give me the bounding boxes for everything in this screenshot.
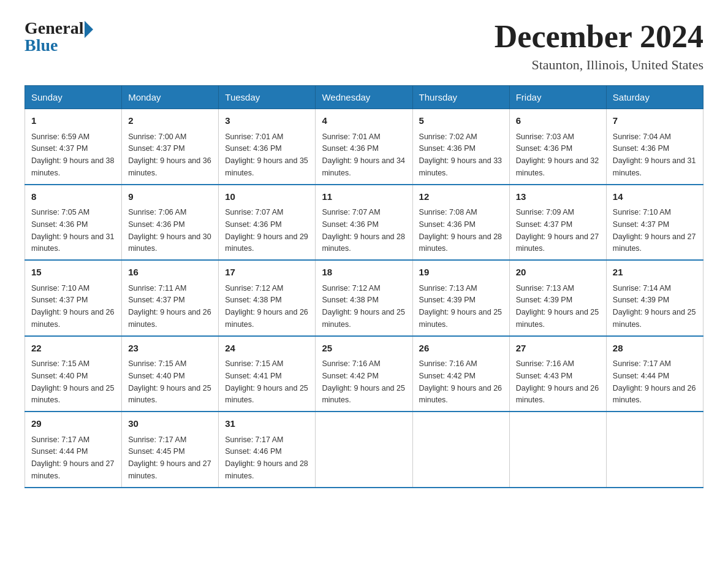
week-row-3: 15Sunrise: 7:10 AMSunset: 4:37 PMDayligh… <box>25 260 703 336</box>
day-daylight: Daylight: 9 hours and 27 minutes. <box>128 459 211 480</box>
day-sunrise: Sunrise: 7:00 AM <box>128 132 186 141</box>
calendar-cell: 30Sunrise: 7:17 AMSunset: 4:45 PMDayligh… <box>122 412 219 488</box>
day-sunset: Sunset: 4:46 PM <box>225 447 281 456</box>
day-number: 20 <box>516 266 600 280</box>
day-daylight: Daylight: 9 hours and 25 minutes. <box>322 308 405 329</box>
day-number: 27 <box>516 342 600 356</box>
week-row-2: 8Sunrise: 7:05 AMSunset: 4:36 PMDaylight… <box>25 185 703 261</box>
day-number: 5 <box>419 114 503 128</box>
day-sunrise: Sunrise: 7:16 AM <box>516 359 574 368</box>
calendar-cell: 6Sunrise: 7:03 AMSunset: 4:36 PMDaylight… <box>509 109 606 185</box>
week-row-4: 22Sunrise: 7:15 AMSunset: 4:40 PMDayligh… <box>25 336 703 412</box>
day-sunset: Sunset: 4:41 PM <box>225 372 281 380</box>
day-daylight: Daylight: 9 hours and 26 minutes. <box>128 308 211 329</box>
calendar-cell: 15Sunrise: 7:10 AMSunset: 4:37 PMDayligh… <box>25 260 122 336</box>
day-sunrise: Sunrise: 7:04 AM <box>613 132 671 141</box>
calendar-cell: 10Sunrise: 7:07 AMSunset: 4:36 PMDayligh… <box>219 185 316 261</box>
day-sunset: Sunset: 4:42 PM <box>419 372 476 380</box>
logo-triangle-icon <box>85 21 93 38</box>
calendar-cell: 17Sunrise: 7:12 AMSunset: 4:38 PMDayligh… <box>219 260 316 336</box>
calendar-cell: 7Sunrise: 7:04 AMSunset: 4:36 PMDaylight… <box>606 109 703 185</box>
calendar-cell: 24Sunrise: 7:15 AMSunset: 4:41 PMDayligh… <box>219 336 316 412</box>
day-sunset: Sunset: 4:36 PM <box>225 144 281 153</box>
day-daylight: Daylight: 9 hours and 27 minutes. <box>516 232 599 253</box>
day-number: 1 <box>31 114 115 128</box>
day-number: 6 <box>516 114 600 128</box>
day-sunset: Sunset: 4:36 PM <box>31 220 88 229</box>
day-number: 26 <box>419 342 503 356</box>
day-number: 17 <box>225 266 309 280</box>
day-sunset: Sunset: 4:36 PM <box>128 220 184 229</box>
day-sunset: Sunset: 4:36 PM <box>516 144 572 153</box>
calendar-cell <box>412 412 509 488</box>
day-daylight: Daylight: 9 hours and 30 minutes. <box>128 232 211 253</box>
day-number: 30 <box>128 417 212 431</box>
day-sunrise: Sunrise: 7:01 AM <box>322 132 380 141</box>
day-sunrise: Sunrise: 7:13 AM <box>419 284 477 293</box>
day-daylight: Daylight: 9 hours and 35 minutes. <box>225 156 308 177</box>
day-sunrise: Sunrise: 7:08 AM <box>419 208 477 216</box>
day-sunrise: Sunrise: 7:10 AM <box>613 208 671 216</box>
day-sunset: Sunset: 4:36 PM <box>322 220 378 229</box>
day-sunrise: Sunrise: 7:12 AM <box>225 284 283 293</box>
calendar-cell: 22Sunrise: 7:15 AMSunset: 4:40 PMDayligh… <box>25 336 122 412</box>
day-number: 11 <box>322 190 406 204</box>
day-sunset: Sunset: 4:37 PM <box>516 220 572 229</box>
day-number: 31 <box>225 417 309 431</box>
day-number: 13 <box>516 190 600 204</box>
title-area: December 2024 Staunton, Illinois, United… <box>495 18 703 73</box>
day-number: 18 <box>322 266 406 280</box>
day-number: 14 <box>613 190 697 204</box>
day-sunset: Sunset: 4:39 PM <box>516 296 572 304</box>
day-sunrise: Sunrise: 7:15 AM <box>31 359 89 368</box>
day-sunrise: Sunrise: 7:10 AM <box>31 284 89 293</box>
calendar-cell: 25Sunrise: 7:16 AMSunset: 4:42 PMDayligh… <box>316 336 412 412</box>
day-number: 7 <box>613 114 697 128</box>
calendar-cell: 8Sunrise: 7:05 AMSunset: 4:36 PMDaylight… <box>25 185 122 261</box>
day-sunset: Sunset: 4:37 PM <box>128 296 184 304</box>
day-sunset: Sunset: 4:39 PM <box>613 296 669 304</box>
day-number: 15 <box>31 266 115 280</box>
calendar-cell: 20Sunrise: 7:13 AMSunset: 4:39 PMDayligh… <box>509 260 606 336</box>
day-sunrise: Sunrise: 7:07 AM <box>225 208 283 216</box>
day-sunrise: Sunrise: 7:14 AM <box>613 284 671 293</box>
calendar-cell: 26Sunrise: 7:16 AMSunset: 4:42 PMDayligh… <box>412 336 509 412</box>
day-number: 21 <box>613 266 697 280</box>
day-daylight: Daylight: 9 hours and 33 minutes. <box>419 156 502 177</box>
day-daylight: Daylight: 9 hours and 28 minutes. <box>419 232 502 253</box>
day-daylight: Daylight: 9 hours and 28 minutes. <box>225 459 308 480</box>
day-sunrise: Sunrise: 6:59 AM <box>31 132 89 141</box>
header: General Blue December 2024 Staunton, Ill… <box>25 18 703 73</box>
day-sunset: Sunset: 4:44 PM <box>31 447 88 456</box>
weekday-header-row: SundayMondayTuesdayWednesdayThursdayFrid… <box>25 86 703 109</box>
day-sunrise: Sunrise: 7:16 AM <box>419 359 477 368</box>
day-daylight: Daylight: 9 hours and 26 minutes. <box>225 308 308 329</box>
calendar-cell <box>316 412 412 488</box>
day-number: 24 <box>225 342 309 356</box>
calendar-cell: 29Sunrise: 7:17 AMSunset: 4:44 PMDayligh… <box>25 412 122 488</box>
day-number: 19 <box>419 266 503 280</box>
day-number: 10 <box>225 190 309 204</box>
day-sunrise: Sunrise: 7:15 AM <box>128 359 186 368</box>
day-number: 9 <box>128 190 212 204</box>
day-sunrise: Sunrise: 7:13 AM <box>516 284 574 293</box>
day-sunset: Sunset: 4:43 PM <box>516 372 572 380</box>
day-daylight: Daylight: 9 hours and 25 minutes. <box>613 308 696 329</box>
day-number: 22 <box>31 342 115 356</box>
day-sunset: Sunset: 4:45 PM <box>128 447 184 456</box>
calendar-cell: 3Sunrise: 7:01 AMSunset: 4:36 PMDaylight… <box>219 109 316 185</box>
calendar-table: SundayMondayTuesdayWednesdayThursdayFrid… <box>25 85 703 488</box>
day-sunset: Sunset: 4:36 PM <box>322 144 378 153</box>
month-title: December 2024 <box>495 18 703 55</box>
day-daylight: Daylight: 9 hours and 38 minutes. <box>31 156 115 177</box>
calendar-cell: 19Sunrise: 7:13 AMSunset: 4:39 PMDayligh… <box>412 260 509 336</box>
week-row-1: 1Sunrise: 6:59 AMSunset: 4:37 PMDaylight… <box>25 109 703 185</box>
day-daylight: Daylight: 9 hours and 26 minutes. <box>516 384 599 405</box>
day-sunset: Sunset: 4:37 PM <box>128 144 184 153</box>
day-sunset: Sunset: 4:37 PM <box>31 296 88 304</box>
day-number: 12 <box>419 190 503 204</box>
weekday-header-tuesday: Tuesday <box>219 86 316 109</box>
day-sunset: Sunset: 4:40 PM <box>31 372 88 380</box>
calendar-cell: 2Sunrise: 7:00 AMSunset: 4:37 PMDaylight… <box>122 109 219 185</box>
location-title: Staunton, Illinois, United States <box>495 57 703 73</box>
